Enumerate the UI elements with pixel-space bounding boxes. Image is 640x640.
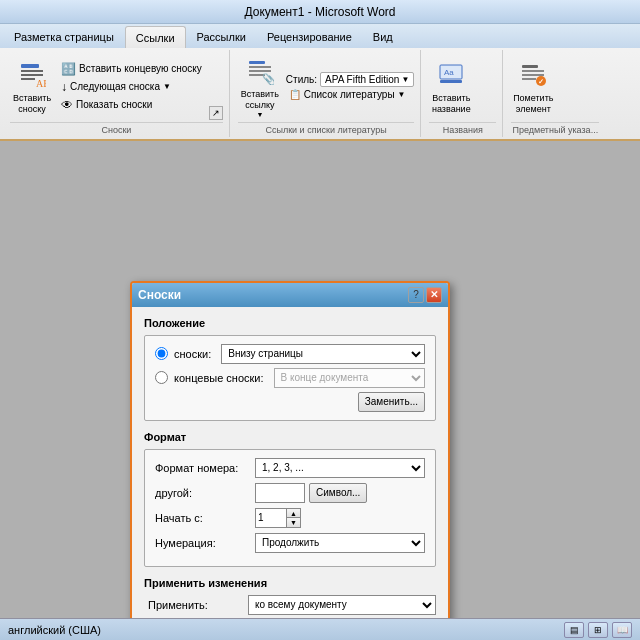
other-control: Символ... — [255, 483, 425, 503]
ribbon-content: AB Вставитьсноску 🔠 Вставить концевую сн… — [0, 48, 640, 139]
symbol-button[interactable]: Символ... — [309, 483, 367, 503]
other-format-row: другой: Символ... — [155, 483, 425, 503]
dialog-close-button[interactable]: ✕ — [426, 287, 442, 303]
ribbon: Разметка страницы Ссылки Рассылки Реценз… — [0, 24, 640, 141]
bibliography-button[interactable]: 📋 Список литературы ▼ — [286, 87, 414, 102]
apply-control: ко всему документу — [248, 595, 436, 615]
view-web-button[interactable]: ⊞ — [588, 622, 608, 638]
svg-rect-7 — [249, 70, 271, 72]
insert-endnote-button[interactable]: 🔠 Вставить концевую сноску — [58, 60, 205, 78]
numbering-label: Нумерация: — [155, 537, 255, 549]
insert-citation-button[interactable]: 📎 Вставитьссылку ▼ — [238, 52, 282, 122]
format-section-box: Формат номера: 1, 2, 3, ... другой: Симв… — [144, 449, 436, 567]
insert-endnote-label: Вставить концевую сноску — [79, 63, 202, 74]
svg-rect-3 — [21, 78, 35, 80]
footnote-position-dropdown[interactable]: Внизу страницы — [221, 344, 425, 364]
insert-endnote-icon: 🔠 — [61, 62, 76, 76]
snoski-dialog: Сноски ? ✕ Положение сноски: Внизу стран… — [130, 281, 450, 640]
svg-rect-15 — [522, 74, 544, 76]
next-footnote-icon: ↓ — [61, 80, 67, 94]
next-footnote-button[interactable]: ↓ Следующая сноска ▼ — [58, 78, 205, 96]
numbering-dropdown[interactable]: Продолжить — [255, 533, 425, 553]
ribbon-tab-bar: Разметка страницы Ссылки Рассылки Реценз… — [0, 24, 640, 48]
start-label: Начать с: — [155, 512, 255, 524]
title-bar: Документ1 - Microsoft Word — [0, 0, 640, 24]
start-control: 1 ▲ ▼ — [255, 508, 425, 528]
main-area: Сноски ? ✕ Положение сноски: Внизу стран… — [0, 141, 640, 631]
svg-rect-2 — [21, 74, 43, 76]
number-format-control: 1, 2, 3, ... — [255, 458, 425, 478]
citation-dropdown-icon: ▼ — [256, 111, 263, 119]
view-normal-button[interactable]: ▤ — [564, 622, 584, 638]
style-value: APA Fifth Edition — [325, 74, 399, 85]
endnote-radio-row: концевые сноски: В конце документа — [155, 368, 425, 388]
dialog-title: Сноски — [138, 288, 181, 302]
bibliography-icon: 📋 — [289, 89, 301, 100]
insert-citation-label: Вставитьссылку — [241, 89, 279, 111]
svg-rect-5 — [249, 61, 265, 64]
group-nazvaniya: Aa Вставитьназвание Названия — [423, 50, 503, 137]
status-icons: ▤ ⊞ 📖 — [564, 622, 632, 638]
snoski-group-label: Сноски — [10, 122, 223, 135]
footnote-label-text: сноски: — [174, 348, 211, 360]
tab-vid[interactable]: Вид — [363, 26, 403, 48]
group-predmetny-content: ✓ Пометитьэлемент — [511, 52, 599, 122]
show-footnotes-label: Показать сноски — [76, 99, 152, 110]
tab-recenzirovanie[interactable]: Рецензирование — [257, 26, 362, 48]
position-section-label: Положение — [144, 317, 436, 329]
svg-text:AB: AB — [36, 78, 46, 89]
position-section-box: сноски: Внизу страницы концевые сноски: … — [144, 335, 436, 421]
group-predmetny: ✓ Пометитьэлемент Предметный указа... — [505, 50, 605, 137]
insert-footnote-button[interactable]: AB Вставитьсноску — [10, 56, 54, 118]
svg-rect-6 — [249, 66, 271, 68]
tab-razmetka[interactable]: Разметка страницы — [4, 26, 124, 48]
start-row: Начать с: 1 ▲ ▼ — [155, 508, 425, 528]
dropdown-arrow-icon: ▼ — [163, 82, 171, 91]
caption-icon: Aa — [435, 59, 467, 91]
tab-ssylki[interactable]: Ссылки — [125, 26, 186, 48]
apply-dropdown[interactable]: ко всему документу — [248, 595, 436, 615]
mark-entry-icon: ✓ — [517, 59, 549, 91]
endnote-position-dropdown[interactable]: В конце документа — [274, 368, 425, 388]
svg-rect-0 — [21, 64, 39, 68]
style-row: Стиль: APA Fifth Edition ▼ — [286, 72, 414, 87]
dialog-titlebar: Сноски ? ✕ — [132, 283, 448, 307]
status-language: английский (США) — [8, 624, 101, 636]
snoski-dialog-launcher[interactable]: ↗ — [209, 106, 223, 120]
svg-text:📎: 📎 — [262, 72, 274, 85]
tab-rassylki[interactable]: Рассылки — [187, 26, 256, 48]
group-snoski-content: AB Вставитьсноску 🔠 Вставить концевую сн… — [10, 52, 223, 122]
spinner-up-button[interactable]: ▲ — [287, 509, 300, 519]
mark-entry-label: Пометитьэлемент — [513, 93, 553, 115]
other-input[interactable] — [255, 483, 305, 503]
apply-row: Применить: ко всему документу — [148, 595, 436, 615]
group-ssylki: 📎 Вставитьссылку ▼ Стиль: APA Fifth Edit… — [232, 50, 421, 137]
footnote-radio[interactable] — [155, 347, 168, 360]
status-bar: английский (США) ▤ ⊞ 📖 — [0, 618, 640, 640]
number-format-dropdown[interactable]: 1, 2, 3, ... — [255, 458, 425, 478]
endnote-label-text: концевые сноски: — [174, 372, 264, 384]
mark-entry-button[interactable]: ✓ Пометитьэлемент — [511, 56, 555, 118]
insert-footnote-label: Вставитьсноску — [13, 93, 51, 115]
group-snoski: AB Вставитьсноску 🔠 Вставить концевую сн… — [4, 50, 230, 137]
dialog-body: Положение сноски: Внизу страницы ко — [132, 307, 448, 630]
format-section-label: Формат — [144, 431, 436, 443]
show-footnotes-button[interactable]: 👁 Показать сноски — [58, 96, 205, 114]
svg-rect-14 — [522, 70, 544, 72]
group-ssylki-content: 📎 Вставитьссылку ▼ Стиль: APA Fifth Edit… — [238, 52, 414, 122]
dialog-help-button[interactable]: ? — [408, 287, 424, 303]
insert-caption-button[interactable]: Aa Вставитьназвание — [429, 56, 473, 118]
spinner-down-button[interactable]: ▼ — [287, 518, 300, 527]
style-dropdown[interactable]: APA Fifth Edition ▼ — [320, 72, 414, 87]
start-input[interactable]: 1 — [255, 508, 287, 528]
number-format-row: Формат номера: 1, 2, 3, ... — [155, 458, 425, 478]
predmetny-group-label: Предметный указа... — [511, 122, 599, 135]
window-title: Документ1 - Microsoft Word — [244, 5, 395, 19]
endnote-radio[interactable] — [155, 371, 168, 384]
apply-section-label: Применить изменения — [144, 577, 436, 589]
start-spinner: 1 ▲ ▼ — [255, 508, 301, 528]
style-label: Стиль: — [286, 74, 317, 85]
replace-button[interactable]: Заменить... — [358, 392, 425, 412]
nazvaniya-group-label: Названия — [429, 122, 496, 135]
view-read-button[interactable]: 📖 — [612, 622, 632, 638]
